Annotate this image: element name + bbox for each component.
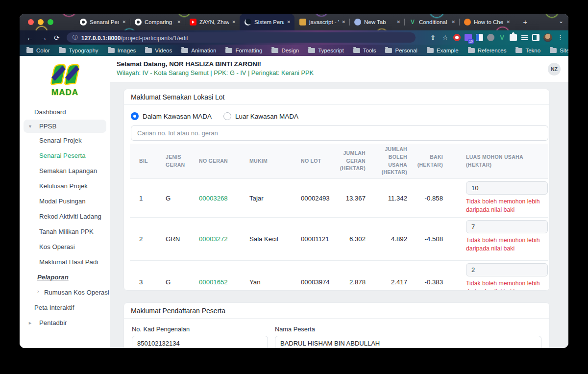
tab-javascript[interactable]: javascript - Vu ✕ bbox=[294, 14, 349, 30]
no-kad-pengenalan-input[interactable] bbox=[132, 336, 268, 348]
tab-comparing[interactable]: Comparing ma ✕ bbox=[130, 14, 185, 30]
close-icon[interactable]: ✕ bbox=[506, 20, 510, 25]
validation-error-text: Tidak boleh memohon lebih daripada nilai… bbox=[466, 198, 548, 214]
back-button[interactable]: ← bbox=[26, 34, 33, 42]
close-window-button[interactable] bbox=[28, 19, 34, 25]
radio-luar-kawasan-mada[interactable]: Luar Kawasan MADA bbox=[223, 112, 298, 120]
lot-table: BIL JENIS GERAN NO GERAN MUKIM NO LOT JU… bbox=[130, 144, 548, 291]
sidebar-item-peta-interaktif[interactable]: Peta Interaktif bbox=[20, 300, 110, 315]
bookmark-folder-tools[interactable]: Tools bbox=[353, 48, 376, 53]
tab-conditional[interactable]: V Conditional Re ✕ bbox=[404, 14, 459, 30]
col-header-mukim: MUKIM bbox=[248, 155, 299, 167]
folder-icon bbox=[385, 48, 392, 53]
close-icon[interactable]: ✕ bbox=[177, 20, 181, 25]
reading-list-icon[interactable] bbox=[521, 34, 528, 41]
tab-senarai-peserta[interactable]: Senarai Pesert ✕ bbox=[75, 14, 130, 30]
browser-toolbar: ← → ⟳ ⓘ 127.0.0.1:8000/project-participa… bbox=[20, 30, 568, 45]
browser-menu-icon[interactable]: ⋮ bbox=[556, 34, 564, 41]
radio-dalam-kawasan-mada[interactable]: Dalam Kawasan MADA bbox=[131, 112, 212, 120]
folder-icon bbox=[59, 48, 66, 53]
nama-peserta-input[interactable] bbox=[275, 336, 541, 348]
tab-new-tab[interactable]: New Tab ✕ bbox=[349, 14, 404, 30]
sidebar-item-tanah-milikan-ppk[interactable]: Tanah Milikan PPK bbox=[20, 224, 110, 239]
vue-devtools-icon[interactable]: V bbox=[498, 34, 506, 41]
bookmark-folder-formatting[interactable]: Formatting bbox=[225, 48, 262, 53]
bookmark-folder-example[interactable]: Example bbox=[427, 48, 459, 53]
geran-link[interactable]: 00003272 bbox=[199, 235, 228, 243]
bookmark-star-icon[interactable]: ☆ bbox=[441, 34, 449, 41]
bookmark-folder-videos[interactable]: Videos bbox=[145, 48, 172, 53]
sidebar-item-dashboard[interactable]: Dashboard bbox=[20, 104, 110, 120]
lot-card-title: Maklumat Semakan Lokasi Lot bbox=[124, 89, 549, 105]
lot-check-card: Maklumat Semakan Lokasi Lot Dalam Kawasa… bbox=[123, 89, 550, 291]
geran-link[interactable]: 00001652 bbox=[199, 278, 228, 286]
geran-link[interactable]: 00003268 bbox=[199, 195, 228, 202]
extension-icon-red[interactable] bbox=[453, 34, 461, 41]
tab-overflow-chevron-icon[interactable]: ⌄ bbox=[559, 18, 564, 25]
extension-icon-docs[interactable] bbox=[476, 34, 483, 41]
bookmark-folder-design[interactable]: Design bbox=[271, 48, 299, 53]
radio-selected-icon[interactable] bbox=[131, 112, 139, 120]
luas-mohon-input[interactable] bbox=[466, 181, 548, 195]
minimize-window-button[interactable] bbox=[38, 19, 44, 25]
tab-how-to-check[interactable]: How to Check ✕ bbox=[459, 14, 514, 30]
sidebar-item-pelaporan[interactable]: Pelaporan bbox=[20, 270, 110, 285]
col-header-bil: BIL bbox=[138, 155, 164, 167]
sidebar-item-modal-pusingan[interactable]: Modal Pusingan bbox=[20, 194, 110, 209]
bookmark-folder-typescript[interactable]: Typescript bbox=[308, 48, 343, 53]
tab-youtube[interactable]: ZAYN, Zhavia ✕ bbox=[185, 14, 240, 30]
close-icon[interactable]: ✕ bbox=[232, 20, 236, 25]
field-no-kad-pengenalan: No. Kad Pengenalan bbox=[132, 325, 268, 348]
sidebar-item-kos-operasi[interactable]: Kos Operasi bbox=[20, 239, 110, 254]
col-header-no-geran: NO GERAN bbox=[197, 155, 248, 167]
bookmark-folder-typography[interactable]: Typography bbox=[59, 48, 98, 53]
side-panel-icon[interactable] bbox=[532, 34, 539, 41]
share-icon[interactable]: ⇧ bbox=[429, 34, 437, 41]
site-info-icon[interactable]: ⓘ bbox=[73, 34, 78, 41]
bookmark-folder-animation[interactable]: Animation bbox=[181, 48, 216, 53]
luas-mohon-input[interactable] bbox=[466, 263, 548, 276]
bookmark-folder-references[interactable]: References bbox=[468, 48, 507, 53]
sidebar-item-semakan-lapangan[interactable]: Semakan Lapangan bbox=[20, 163, 110, 178]
bookmark-folder-color[interactable]: Color bbox=[26, 48, 49, 53]
close-icon[interactable]: ✕ bbox=[342, 20, 345, 25]
chevron-collapsed-icon: ► bbox=[28, 321, 32, 325]
col-header-no-lot: NO LOT bbox=[299, 155, 334, 167]
browser-profile-avatar[interactable] bbox=[543, 33, 552, 42]
radio-unselected-icon[interactable] bbox=[223, 112, 231, 120]
bookmark-folder-sitehub[interactable]: Sitehub bbox=[550, 48, 568, 53]
forward-button[interactable]: → bbox=[40, 34, 47, 42]
zoom-window-button[interactable] bbox=[48, 19, 53, 25]
sidebar-item-senarai-peserta[interactable]: Senarai Peserta bbox=[20, 148, 110, 163]
sidebar-item-pentadbir[interactable]: ►Pentadbir bbox=[20, 315, 110, 330]
close-icon[interactable]: ✕ bbox=[451, 20, 455, 25]
extension-icon-purple[interactable]: 10 bbox=[465, 34, 472, 41]
new-tab-button[interactable]: + bbox=[520, 17, 530, 27]
extensions-puzzle-icon[interactable] bbox=[510, 34, 517, 41]
sidebar-item-ppsb[interactable]: ▼PPSB bbox=[24, 120, 106, 133]
bookmark-folder-tekno[interactable]: Tekno bbox=[515, 48, 540, 53]
close-icon[interactable]: ✕ bbox=[396, 20, 400, 25]
extension-icon-profile[interactable] bbox=[487, 34, 494, 41]
tab-sistem-penanaman-active[interactable]: Sistem Penanan ✕ bbox=[240, 14, 294, 30]
folder-icon bbox=[108, 48, 115, 53]
user-avatar[interactable]: NZ bbox=[548, 63, 561, 75]
sidebar-item-senarai-projek[interactable]: Senarai Projek bbox=[20, 133, 110, 148]
area-radio-group: Dalam Kawasan MADA Luar Kawasan MADA bbox=[131, 111, 542, 122]
sidebar-item-kelulusan-projek[interactable]: Kelulusan Projek bbox=[20, 178, 110, 194]
luas-mohon-input[interactable] bbox=[466, 220, 548, 233]
address-bar[interactable]: ⓘ 127.0.0.1:8000/project-participants/1/… bbox=[67, 32, 416, 43]
participant-form: No. Kad Pengenalan Nama Peserta bbox=[124, 319, 549, 348]
app-header: Selamat Datang, NOR HASLIZA BINTI ZARONI… bbox=[110, 56, 568, 82]
search-input[interactable] bbox=[131, 125, 548, 141]
sidebar-item-rumusan-kos-operasi[interactable]: ›Rumusan Kos Operasi bbox=[20, 285, 110, 300]
col-header-jumlah-geran: JUMLAH GERAN (HEKTAR) bbox=[334, 148, 367, 175]
close-icon[interactable]: ✕ bbox=[122, 20, 126, 25]
bookmark-folder-images[interactable]: Images bbox=[108, 48, 136, 53]
sidebar-item-rekod-aktiviti-ladang[interactable]: Rekod Aktiviti Ladang bbox=[20, 209, 110, 224]
reload-button[interactable]: ⟳ bbox=[54, 34, 60, 42]
github-icon bbox=[135, 19, 142, 25]
bookmark-folder-personal[interactable]: Personal bbox=[385, 48, 417, 53]
sidebar-item-maklumat-hasil-padi[interactable]: Maklumat Hasil Padi bbox=[20, 254, 110, 270]
close-icon[interactable]: ✕ bbox=[287, 20, 291, 25]
